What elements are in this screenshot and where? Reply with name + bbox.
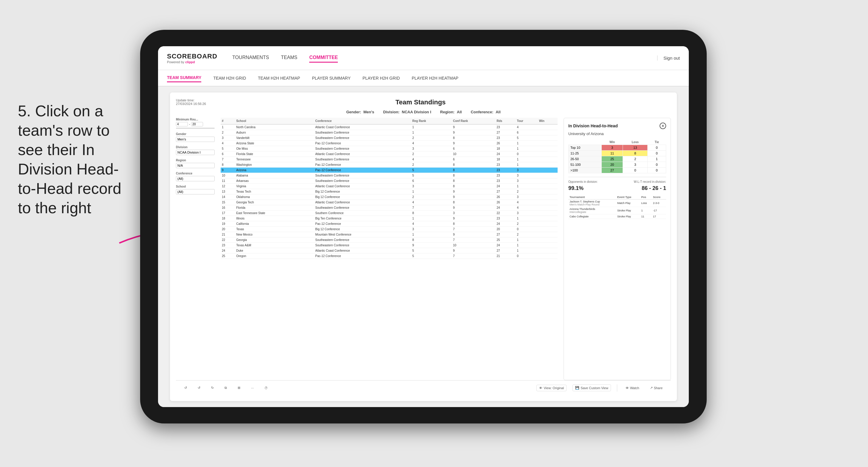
table-row[interactable]: 9ArizonaPac-12 Conference58233 <box>221 167 558 173</box>
h2h-close-button[interactable]: × <box>659 123 666 129</box>
table-row[interactable]: 15Georgia TechAtlantic Coast Conference4… <box>221 200 558 205</box>
table-cell: 18 <box>496 146 516 152</box>
table-cell <box>538 146 558 152</box>
nav-committee[interactable]: COMMITTEE <box>309 53 338 63</box>
table-cell: Southeastern Conference <box>314 178 411 184</box>
table-row[interactable]: 12VirginiaAtlantic Coast Conference38241 <box>221 184 558 189</box>
timer-button[interactable]: ⏱ <box>262 385 270 391</box>
h2h-header: In Division Head-to-Head × <box>568 123 666 129</box>
region-select[interactable]: N/A <box>176 163 215 168</box>
h2h-row-2650[interactable]: 26-50 25 2 1 <box>569 156 666 162</box>
table-row[interactable]: 18IllinoisBig Ten Conference19231 <box>221 216 558 221</box>
h2h-win-1125: 11 <box>602 151 623 156</box>
table-row[interactable]: 11ArkansasSoutheastern Conference68233 <box>221 178 558 184</box>
logo-area: SCOREBOARD Powered by clippd <box>167 53 217 64</box>
update-time-value: 27/03/2024 16:56:26 <box>176 102 206 105</box>
table-cell: 1 <box>516 184 538 189</box>
table-row[interactable]: 4Arizona StatePac-12 Conference49261 <box>221 141 558 146</box>
min-rounds-input[interactable] <box>176 122 188 126</box>
min-rounds-max-input[interactable] <box>191 122 203 126</box>
table-row[interactable]: 14OklahomaBig 12 Conference29263 <box>221 194 558 200</box>
table-row[interactable]: 3VanderbiltSoutheastern Conference28235 <box>221 135 558 141</box>
table-row[interactable]: 19CaliforniaPac-12 Conference48242 <box>221 221 558 227</box>
min-rounds-range: - <box>176 122 215 126</box>
table-row[interactable]: 21New MexicoMountain West Conference1927… <box>221 232 558 238</box>
table-row[interactable]: 1North CarolinaAtlantic Coast Conference… <box>221 124 558 130</box>
table-cell: Duke <box>235 248 314 253</box>
nav-tournaments[interactable]: TOURNAMENTS <box>232 53 269 63</box>
table-row[interactable]: 5Ole MissSoutheastern Conference36181 <box>221 146 558 152</box>
more-button[interactable]: ··· <box>249 385 256 391</box>
page-wrapper: 5. Click on a team's row to see their In… <box>0 0 868 467</box>
table-row[interactable]: 22GeorgiaSoutheastern Conference87251 <box>221 238 558 243</box>
table-cell: Florida <box>235 205 314 211</box>
table-row[interactable]: 7TennesseeSoutheastern Conference46181 <box>221 157 558 162</box>
table-cell: 18 <box>496 157 516 162</box>
tournament-row[interactable]: Arizona ThunderbirdsIntercollegiate Stro… <box>568 207 666 214</box>
watch-label: Watch <box>630 386 639 390</box>
undo2-button[interactable]: ↺ <box>195 385 203 391</box>
table-cell: 9 <box>452 141 495 146</box>
copy-button[interactable]: ⧉ <box>222 385 229 391</box>
school-select[interactable]: (All) <box>176 189 215 194</box>
table-cell: 1 <box>516 248 538 253</box>
subnav-team-summary[interactable]: TEAM SUMMARY <box>167 74 201 82</box>
table-row[interactable]: 2AuburnSoutheastern Conference19276 <box>221 130 558 135</box>
table-row[interactable]: 13Texas TechBig 12 Conference19272 <box>221 189 558 194</box>
table-cell: 10 <box>452 152 495 157</box>
table-cell: 23 <box>496 178 516 184</box>
h2h-row-51100[interactable]: 51-100 20 3 0 <box>569 162 666 167</box>
tournament-row[interactable]: Cabo Collegiate Stroke Play 11 17 <box>568 214 666 219</box>
nav-teams[interactable]: TEAMS <box>281 53 297 63</box>
h2h-win-gt100: 27 <box>602 167 623 173</box>
subnav-player-h2h-heatmap[interactable]: PLAYER H2H HEATMAP <box>412 74 459 82</box>
sign-out-button[interactable]: Sign out <box>657 56 680 61</box>
share-button[interactable]: ↗ Share <box>648 385 665 391</box>
tournament-row[interactable]: Jackson T. Stephens CupMen's Match-Play … <box>568 199 666 207</box>
table-cell <box>538 162 558 167</box>
h2h-row-1125[interactable]: 11-25 11 8 0 <box>569 151 666 156</box>
h2h-row-top10[interactable]: Top 10 3 13 0 <box>569 145 666 151</box>
conference-select[interactable]: (All) <box>176 176 215 181</box>
table-row[interactable]: 6Florida StateAtlantic Coast Conference2… <box>221 152 558 157</box>
division-select[interactable]: NCAA Division I <box>176 150 215 155</box>
save-custom-button[interactable]: 💾 Save Custom View <box>572 384 611 391</box>
undo-button[interactable]: ↺ <box>182 385 189 391</box>
h2h-loss-gt100: 0 <box>623 167 648 173</box>
table-row[interactable]: 10AlabamaSoutheastern Conference58233 <box>221 173 558 178</box>
subnav-player-summary[interactable]: PLAYER SUMMARY <box>312 74 350 82</box>
paste-button[interactable]: ⊞ <box>235 385 243 391</box>
table-cell: 8 <box>411 211 452 216</box>
table-row[interactable]: 17East Tennessee StateSouthern Conferenc… <box>221 211 558 216</box>
table-row[interactable]: 16FloridaSoutheastern Conference79244 <box>221 205 558 211</box>
table-row[interactable]: 8WashingtonPac-12 Conference28231 <box>221 162 558 167</box>
table-cell: 9 <box>452 130 495 135</box>
col-reg-rank: Reg Rank <box>411 118 452 124</box>
view-original-button[interactable]: 👁 View: Original <box>536 385 566 391</box>
subnav-team-h2h-heatmap[interactable]: TEAM H2H HEATMAP <box>258 74 300 82</box>
h2h-loss-51100: 3 <box>623 162 648 167</box>
t-type-3: Stroke Play <box>616 214 640 219</box>
subnav-team-h2h-grid[interactable]: TEAM H2H GRID <box>213 74 246 82</box>
watch-button[interactable]: 👁 Watch <box>623 385 642 391</box>
h2h-row-gt100[interactable]: >100 27 0 0 <box>569 167 666 173</box>
subnav-player-h2h-grid[interactable]: PLAYER H2H GRID <box>363 74 400 82</box>
table-cell: 23 <box>496 162 516 167</box>
gender-select[interactable]: Men's <box>176 136 215 142</box>
table-row[interactable]: 20TexasBig 12 Conference37200 <box>221 227 558 232</box>
table-row[interactable]: 24DukeAtlantic Coast Conference59271 <box>221 248 558 253</box>
table-row[interactable]: 23Texas A&MSoutheastern Conference910241 <box>221 243 558 248</box>
t-col-event-type: Event Type <box>616 195 640 199</box>
table-cell: 23 <box>221 243 235 248</box>
table-cell: Arizona <box>235 167 314 173</box>
table-cell: Southern Conference <box>314 211 411 216</box>
table-cell: Big 12 Conference <box>314 194 411 200</box>
table-cell: Pac-12 Conference <box>314 162 411 167</box>
table-cell: Georgia <box>235 238 314 243</box>
record-value: 86 - 26 - 1 <box>642 185 666 191</box>
table-cell: Southeastern Conference <box>314 238 411 243</box>
redo-button[interactable]: ↻ <box>209 385 216 391</box>
h2h-win-51100: 20 <box>602 162 623 167</box>
table-row[interactable]: 25OregonPac-12 Conference57210 <box>221 253 558 259</box>
min-rounds-slider[interactable] <box>176 128 215 129</box>
